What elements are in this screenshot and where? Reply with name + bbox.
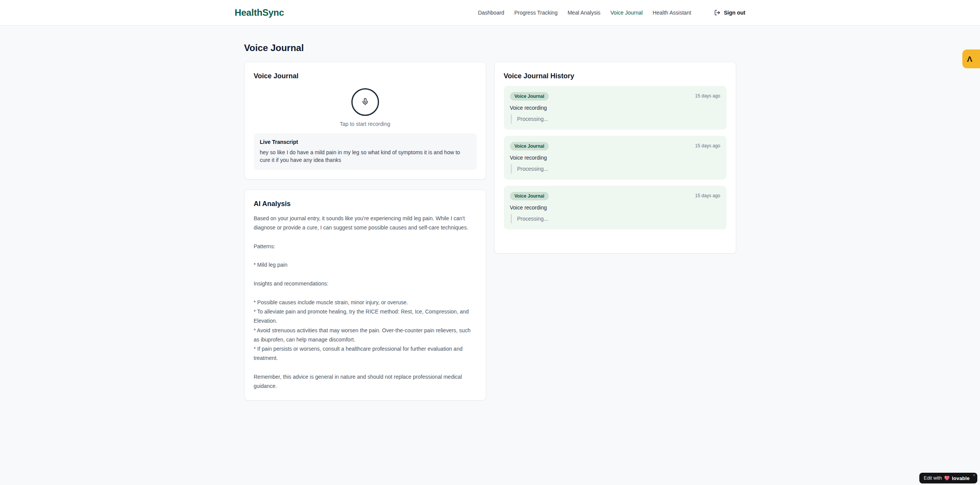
ai-analysis-title: AI Analysis [254, 199, 477, 208]
nav-item-voice-journal[interactable]: Voice Journal [611, 10, 643, 16]
history-entry[interactable]: Voice Journal 15 days ago Voice recordin… [504, 136, 727, 180]
record-button[interactable] [351, 88, 379, 116]
live-transcript-title: Live Transcript [260, 139, 470, 145]
gradient-heart-icon [944, 476, 950, 481]
entry-status: Processing... [511, 114, 720, 124]
edit-with-label: Edit with [924, 475, 942, 481]
history-card-title: Voice Journal History [504, 71, 727, 81]
close-icon[interactable]: × [973, 473, 975, 477]
ai-analysis-card: AI Analysis Based on your journal entry,… [244, 190, 486, 401]
recorder-card-title: Voice Journal [254, 71, 477, 81]
nav-item-dashboard[interactable]: Dashboard [478, 10, 505, 16]
lambda-logo-icon: Λ [967, 55, 972, 63]
ai-analysis-body: Based on your journal entry, it sounds l… [254, 214, 477, 391]
entry-status: Processing... [511, 164, 720, 173]
voice-journal-history-card: Voice Journal History Voice Journal 15 d… [494, 62, 736, 254]
sign-out-button[interactable]: Sign out [714, 10, 745, 16]
floating-widget-button[interactable]: Λ [962, 49, 980, 68]
entry-status: Processing... [511, 214, 720, 223]
live-transcript-text: hey so like I do have a mild pain in my … [260, 148, 470, 164]
tap-to-record-hint: Tap to start recording [340, 121, 391, 127]
live-transcript-box: Live Transcript hey so like I do have a … [254, 134, 477, 170]
microphone-icon [361, 98, 369, 107]
entry-type-badge: Voice Journal [510, 142, 549, 150]
entry-timestamp: 15 days ago [695, 142, 720, 148]
log-out-icon [714, 10, 720, 16]
entry-type-badge: Voice Journal [510, 192, 549, 200]
entry-type-badge: Voice Journal [510, 92, 549, 101]
history-entry[interactable]: Voice Journal 15 days ago Voice recordin… [504, 186, 727, 229]
entry-title: Voice recording [510, 105, 720, 111]
entry-title: Voice recording [510, 205, 720, 211]
entry-title: Voice recording [510, 155, 720, 161]
nav-item-health-assistant[interactable]: Health Assistant [653, 10, 691, 16]
top-navbar: HealthSync Dashboard Progress Tracking M… [0, 0, 980, 26]
page-title: Voice Journal [244, 42, 736, 54]
entry-timestamp: 15 days ago [695, 92, 720, 99]
edit-with-lovable-badge[interactable]: Edit with lovable × [919, 473, 977, 483]
nav-item-meal-analysis[interactable]: Meal Analysis [568, 10, 601, 16]
main-nav: Dashboard Progress Tracking Meal Analysi… [478, 10, 745, 16]
nav-item-progress-tracking[interactable]: Progress Tracking [514, 10, 558, 16]
main-content: Voice Journal Voice Journal [244, 26, 736, 401]
app-logo: HealthSync [235, 7, 284, 18]
lovable-brand-label: lovable [952, 475, 970, 481]
entry-timestamp: 15 days ago [695, 192, 720, 198]
sign-out-label: Sign out [724, 10, 745, 16]
history-list: Voice Journal 15 days ago Voice recordin… [504, 86, 727, 229]
voice-recorder-card: Voice Journal Tap to start recording [244, 62, 486, 180]
history-entry[interactable]: Voice Journal 15 days ago Voice recordin… [504, 86, 727, 130]
